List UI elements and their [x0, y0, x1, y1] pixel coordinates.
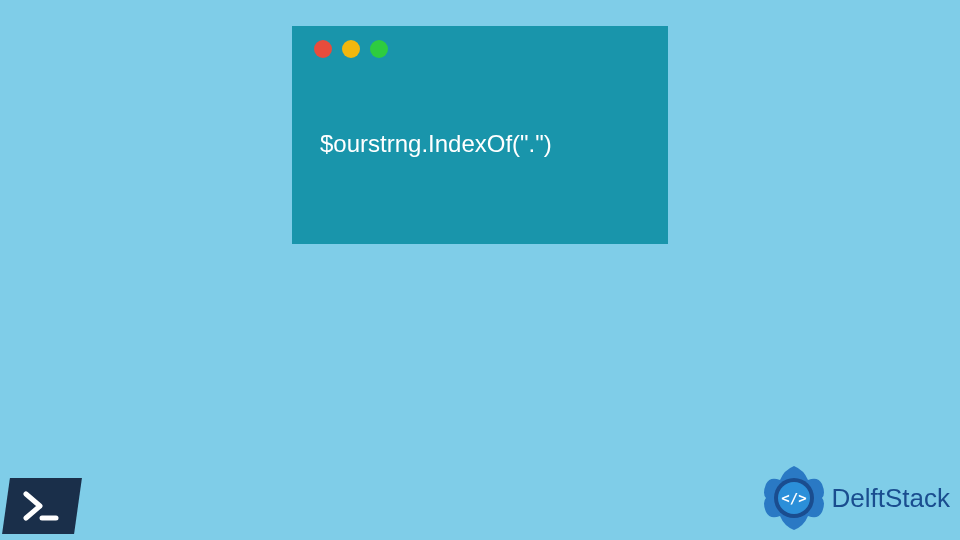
powershell-icon	[2, 478, 82, 534]
code-window: $ourstrng.IndexOf(".")	[292, 26, 668, 244]
maximize-dot	[370, 40, 388, 58]
window-controls	[314, 40, 388, 58]
code-content: $ourstrng.IndexOf(".")	[320, 130, 552, 158]
delftstack-logo: </> DelftStack	[758, 462, 951, 534]
delftstack-badge-icon: </>	[758, 462, 830, 534]
minimize-dot	[342, 40, 360, 58]
brand-name: DelftStack	[832, 483, 951, 514]
close-dot	[314, 40, 332, 58]
svg-text:</>: </>	[781, 490, 806, 506]
